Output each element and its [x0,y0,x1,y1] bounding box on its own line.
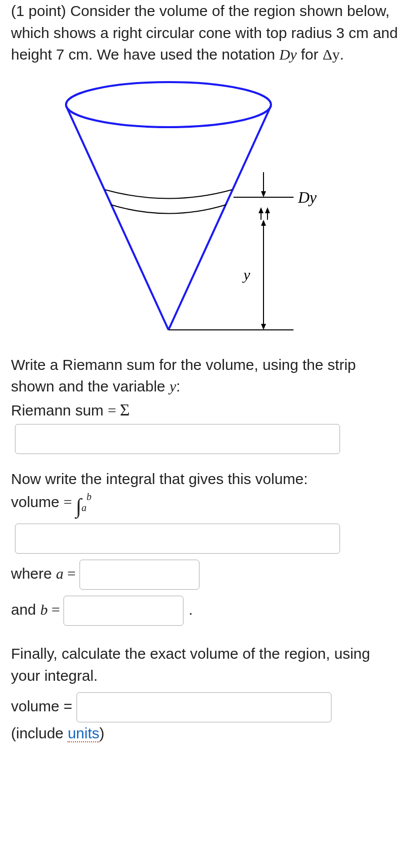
svg-line-2 [168,106,271,330]
volume-integral-line: volume = ∫ab [11,490,400,522]
problem-intro: (1 point) Consider the volume of the reg… [11,0,400,66]
include-post: ) [100,725,104,741]
riemann-prompt-var: y [170,378,176,394]
units-link[interactable]: units [68,725,99,742]
label-y: y [242,266,250,283]
riemann-sum-line: Riemann sum = Σ [11,397,400,422]
volume-input[interactable] [76,692,332,722]
b-input[interactable] [64,596,184,626]
integrand-input[interactable] [15,524,340,554]
notation-dy: Dy [279,46,296,63]
and-b-line: and b = . [11,596,400,626]
riemann-prompt-pre: Write a Riemann sum for the volume, usin… [11,356,356,395]
integral-prompt: Now write the integral that gives this v… [11,468,400,490]
final-volume-line: volume = [11,692,400,722]
where-a-line: where a = [11,560,400,590]
problem-page: (1 point) Consider the volume of the reg… [0,0,411,759]
include-units-line: (include units) [11,722,400,744]
svg-point-0 [66,82,271,127]
b-var: b [40,601,48,618]
intro-post: . [340,46,344,63]
b-eq: = [48,601,64,618]
svg-marker-9 [261,191,266,197]
svg-line-1 [66,106,168,330]
b-period: . [188,601,192,618]
a-eq: = [64,565,80,582]
and-b-text: and [11,601,40,618]
svg-marker-6 [261,324,266,330]
cone-svg: Dy y [64,75,322,340]
a-var: a [56,565,64,582]
integral-sub: a [82,502,86,513]
svg-marker-11 [258,207,264,213]
final-volume-label: volume = [11,698,76,714]
riemann-sum-input[interactable] [15,424,340,454]
riemann-eq: = [108,402,120,418]
a-input[interactable] [80,560,200,590]
sigma-symbol: Σ [120,400,130,419]
intro-mid: for [296,46,322,63]
integral-symbol: ∫ [76,495,82,518]
riemann-label: Riemann sum [11,402,108,418]
where-a-text: where [11,565,56,582]
cone-figure: Dy y [11,75,400,340]
volume-eq: = [64,494,76,510]
integral-sup: b [86,491,92,502]
riemann-prompt-post: : [176,378,180,394]
label-dy: Dy [298,188,317,206]
volume-label: volume [11,494,64,510]
riemann-prompt: Write a Riemann sum for the volume, usin… [11,354,400,397]
svg-marker-5 [261,220,266,226]
notation-delta-y: Δy [322,46,340,63]
include-pre: (include [11,725,68,741]
final-prompt: Finally, calculate the exact volume of t… [11,643,400,686]
svg-marker-13 [265,207,270,213]
